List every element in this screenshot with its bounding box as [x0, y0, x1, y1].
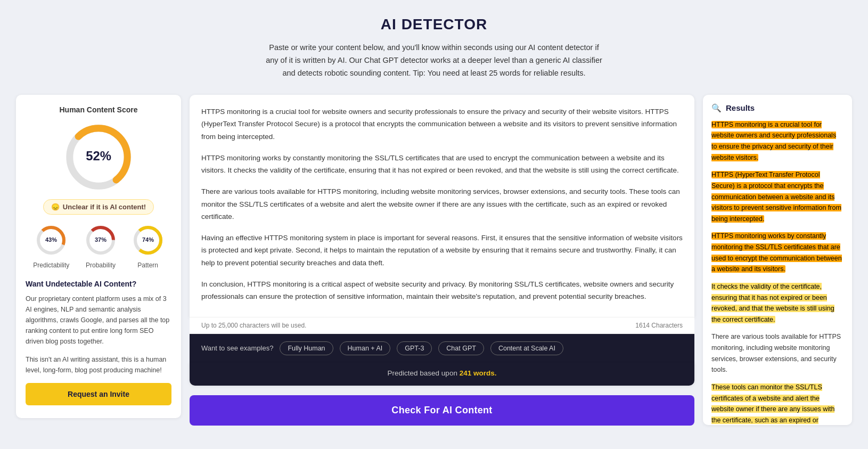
main-score-text: 52% — [86, 149, 111, 163]
probability-text: 37% — [95, 236, 107, 243]
pattern-score: 74% Pattern — [132, 224, 164, 269]
examples-bar: Want to see examples? Fully Human Human … — [190, 334, 694, 363]
donut-container: 52% — [26, 123, 171, 192]
result-para-3: HTTPS monitoring works by constantly mon… — [711, 231, 844, 275]
score-title: Human Content Score — [26, 105, 171, 114]
content-text: HTTPS monitoring is a crucial tool for w… — [201, 105, 683, 303]
check-btn-wrapper: Check For AI Content — [190, 395, 694, 426]
paragraph-2: HTTPS monitoring works by constantly mon… — [201, 152, 683, 177]
result-para-4: It checks the validity of the certificat… — [711, 281, 844, 325]
check-ai-content-button[interactable]: Check For AI Content — [190, 395, 694, 426]
search-icon: 🔍 — [711, 103, 722, 113]
paragraph-1: HTTPS monitoring is a crucial tool for w… — [201, 105, 683, 143]
paragraph-3: There are various tools available for HT… — [201, 185, 683, 223]
mini-scores: 43% Predictability 37% Probability — [26, 224, 171, 269]
predicted-bar: Predicted based upon 241 words. — [190, 363, 694, 386]
result-para-1: HTTPS monitoring is a crucial tool for w… — [711, 119, 844, 164]
predictability-text: 43% — [45, 236, 57, 243]
request-invite-button[interactable]: Request an Invite — [26, 383, 171, 405]
result-highlight-1a: HTTPS monitoring is a crucial tool for w… — [711, 121, 836, 161]
char-count-label: 1614 Characters — [635, 322, 683, 329]
promo-text-2: This isn't an AI writing assistant, this… — [26, 354, 171, 375]
emoji-icon: 😞 — [51, 203, 60, 211]
probability-donut: 37% — [85, 224, 117, 256]
pattern-donut: 74% — [132, 224, 164, 256]
char-limit-label: Up to 25,000 characters will be used. — [201, 322, 306, 329]
promo-text-1: Our proprietary content platform uses a … — [26, 293, 171, 347]
predictability-label: Predictability — [33, 262, 69, 269]
left-panel: Human Content Score 52% 😞 Unclear if it … — [16, 95, 181, 418]
unclear-badge: 😞 Unclear if it is AI content! — [43, 199, 154, 215]
page-subtitle: Paste or write your content below, and y… — [264, 42, 604, 80]
word-count: 241 words. — [460, 369, 497, 377]
result-highlight-2a: HTTPS (HyperText Transfer Protocol Secur… — [711, 171, 841, 223]
page-title: AI DETECTOR — [16, 11, 852, 33]
main-donut-chart: 52% — [64, 123, 133, 192]
example-gpt3[interactable]: GPT-3 — [397, 341, 432, 355]
content-text-area[interactable]: HTTPS monitoring is a crucial tool for w… — [190, 95, 694, 317]
result-highlight-6a: These tools can monitor the SSL/TLS cert… — [711, 383, 834, 425]
result-para-5: There are various tools available for HT… — [711, 331, 844, 375]
example-human-plus-ai[interactable]: Human + AI — [340, 341, 391, 355]
paragraph-4: Having an effective HTTPS monitoring sys… — [201, 232, 683, 270]
unclear-label: Unclear if it is AI content! — [63, 203, 146, 211]
right-panel: 🔍 Results HTTPS monitoring is a crucial … — [703, 95, 852, 425]
results-title: Results — [726, 103, 755, 112]
probability-score: 37% Probability — [85, 224, 117, 269]
paragraph-5: In conclusion, HTTPS monitoring is a cri… — [201, 278, 683, 303]
middle-panel: HTTPS monitoring is a crucial tool for w… — [190, 95, 694, 426]
predictability-donut: 43% — [35, 224, 67, 256]
results-header: 🔍 Results — [711, 103, 844, 113]
result-para-6: These tools can monitor the SSL/TLS cert… — [711, 382, 844, 425]
predicted-text: Predicted based upon — [388, 369, 457, 377]
pattern-text: 74% — [142, 236, 154, 243]
examples-label: Want to see examples? — [201, 344, 273, 352]
example-fully-human[interactable]: Fully Human — [280, 341, 333, 355]
pattern-label: Pattern — [137, 262, 158, 269]
result-highlight-3a: HTTPS monitoring works by constantly mon… — [711, 232, 842, 273]
example-chat-gpt[interactable]: Chat GPT — [438, 341, 484, 355]
want-undetectable-title: Want Undetectable AI Content? — [26, 280, 171, 288]
example-content-at-scale[interactable]: Content at Scale AI — [490, 341, 563, 355]
char-info-bar: Up to 25,000 characters will be used. 16… — [190, 317, 694, 334]
result-para-2: HTTPS (HyperText Transfer Protocol Secur… — [711, 169, 844, 224]
probability-label: Probability — [86, 262, 116, 269]
result-highlight-4a: It checks the validity of the certificat… — [711, 283, 834, 323]
predictability-score: 43% Predictability — [33, 224, 69, 269]
